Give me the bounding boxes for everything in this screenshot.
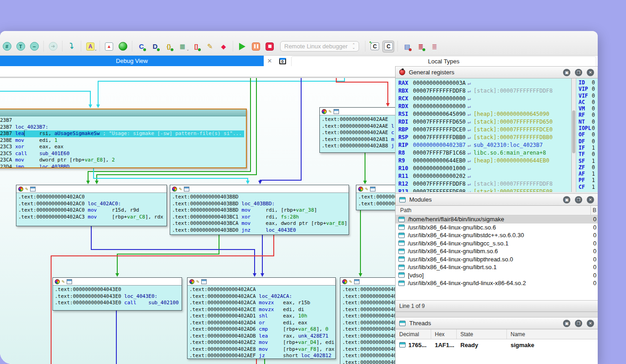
disasm-line[interactable]: .text:0000000000402ACA movzx eax, r15b xyxy=(189,300,334,307)
disasm-line[interactable]: .text:0000000000402AAE c xyxy=(322,130,395,136)
flag-row[interactable]: IF1 xyxy=(576,145,598,151)
register-row[interactable]: RBP00007FFFFFFFDCE0↵[stack]:00007FFFFFFF… xyxy=(398,126,571,134)
register-row[interactable]: R1200007FFFFFFFDDF8↵[stack]:00007FFFFFFF… xyxy=(398,180,571,188)
disasm-line[interactable]: 23B7 loc_4023B7: xyxy=(0,124,244,131)
block-edit-icon[interactable]: ✎ xyxy=(329,109,332,114)
stop-process-icon[interactable] xyxy=(264,41,276,52)
flag-row[interactable]: AC0 xyxy=(576,99,598,105)
module-row[interactable]: /home/henri/flair84/bin/linux/sigmake0 xyxy=(396,215,598,224)
tab-debug-view[interactable]: Debug View xyxy=(0,56,264,66)
debugger-select[interactable]: Remote Linux debugger⌃⌄ xyxy=(280,41,359,52)
block-edit-icon[interactable]: ✎ xyxy=(25,187,28,192)
register-row[interactable]: RDI00007FFFFFFFD650↵[stack]:00007FFFFFFF… xyxy=(398,118,571,126)
dock-icon[interactable]: ▣ xyxy=(563,196,570,203)
registers-titlebar[interactable]: General registers ▣ ❐ ✕ xyxy=(396,66,598,78)
block-header[interactable]: ✎ xyxy=(170,185,349,193)
enter-value-icon[interactable]: ↵ xyxy=(466,165,473,172)
panel-splitter[interactable] xyxy=(396,312,598,317)
flags-list[interactable]: ID0VIP0VIF0AC0VM0RF0NT0IOPL0OF0DF0IF1TF0… xyxy=(576,78,598,192)
list-view-icon[interactable]: ▤ xyxy=(401,41,413,52)
disasm-line[interactable]: .text:000000000040 xyxy=(342,339,395,346)
disasm-line[interactable]: .text:00000000004043E0 xyxy=(55,286,180,293)
enter-value-icon[interactable]: ↵ xyxy=(466,134,473,140)
c-keyword-icon[interactable]: C xyxy=(136,41,147,52)
float-icon[interactable]: ❐ xyxy=(575,69,582,76)
disasm-line[interactable]: .text:000000000040 xyxy=(342,307,395,313)
disasm-line[interactable]: 23C3 xor eax, eax xyxy=(0,144,244,151)
block-header[interactable]: ✎ xyxy=(16,185,167,193)
module-row[interactable]: /usr/lib/x86_64-linux-gnu/libc.so.60 xyxy=(396,224,598,232)
flag-row[interactable]: SF1 xyxy=(576,158,598,164)
register-row[interactable]: RDX0000000000000000↵ xyxy=(398,103,571,110)
module-row[interactable]: [vdso]0 xyxy=(396,271,598,280)
register-row[interactable]: R110000000000000202↵ xyxy=(398,172,571,180)
block-graph-icon[interactable] xyxy=(370,187,376,192)
enter-value-icon[interactable]: ↵ xyxy=(466,188,473,192)
float-icon[interactable]: ❐ xyxy=(575,320,582,327)
block-header[interactable]: ✎ xyxy=(53,278,182,286)
enter-value-icon[interactable]: ↵ xyxy=(466,103,473,109)
disasm-line[interactable]: 23CA mov dword ptr [rbp+var_E8], 2 xyxy=(0,157,244,164)
disasm-line[interactable]: .text:0000000000402AC0 xyxy=(18,194,165,201)
disasm-line[interactable]: 23B7 xyxy=(0,117,244,124)
enter-value-icon[interactable]: ↵ xyxy=(466,157,473,164)
enter-value-icon[interactable]: ↵ xyxy=(466,142,473,148)
register-row[interactable]: RBX00007FFFFFFFDDF8↵[stack]:00007FFFFFFF… xyxy=(398,87,571,95)
disasm-line[interactable]: .text:0000000000402ADB lea rax, unk_428E… xyxy=(189,333,334,340)
disasm-line[interactable]: .text:000000000040 xyxy=(342,333,395,340)
modules-titlebar[interactable]: Modules ▣ ❐ ✕ xyxy=(396,193,598,206)
close-icon[interactable]: ✕ xyxy=(587,320,594,327)
disasm-line[interactable]: .text:0000000000402AE8 mov [rbp+var_F8],… xyxy=(189,346,334,353)
disasm-line[interactable]: 23BE mov edi, 1 xyxy=(0,137,244,144)
block-color-icon[interactable] xyxy=(189,279,194,284)
block-graph-icon[interactable] xyxy=(354,279,360,284)
flag-row[interactable]: TF0 xyxy=(576,151,598,157)
view-eip-icon[interactable]: 0 xyxy=(276,56,289,66)
disasm-line[interactable]: .text:000000000040 xyxy=(342,326,395,333)
disasm-line[interactable]: .text:0000000000402AAE l xyxy=(322,123,395,130)
module-row[interactable]: /usr/lib/x86_64-linux-gnu/libgcc_s.so.10 xyxy=(396,239,598,248)
block-color-icon[interactable] xyxy=(172,187,177,192)
register-row[interactable]: R90000000000644EB0↵[heap]:0000000000644E… xyxy=(398,157,571,165)
block-edit-icon[interactable]: ✎ xyxy=(62,279,65,284)
block-color-icon[interactable] xyxy=(342,279,347,284)
block-graph-icon[interactable] xyxy=(334,109,339,114)
disasm-line[interactable]: .text:0000000000403BBD xyxy=(172,194,347,201)
add-entry-icon[interactable]: ≣ xyxy=(415,41,427,52)
flag-row[interactable]: ZF0 xyxy=(576,164,598,171)
enter-value-icon[interactable]: ↵ xyxy=(466,111,473,117)
disasm-line[interactable]: .text:0000000000402AB8 j xyxy=(322,143,395,150)
flag-row[interactable]: ID0 xyxy=(576,79,598,86)
module-row[interactable]: /usr/lib/x86_64-linux-gnu/ld-linux-x86-6… xyxy=(396,279,598,287)
graph-view[interactable]: 23B723B7 loc_4023B7:23B7 lea▏ rsi, aUsag… xyxy=(0,78,395,364)
flag-row[interactable]: CF1 xyxy=(576,184,598,190)
disasm-line[interactable]: .text:0000000000402ACA loc_402ACA: xyxy=(189,293,334,300)
threads-column-hex[interactable]: Hex xyxy=(431,329,457,339)
block-color-icon[interactable] xyxy=(55,279,60,284)
modules-path-column[interactable]: Path xyxy=(396,207,590,213)
flag-row[interactable]: RF0 xyxy=(576,112,598,118)
block-edit-icon[interactable]: ✎ xyxy=(196,279,199,284)
block-edit-icon[interactable]: ✎ xyxy=(365,187,368,192)
block-header[interactable]: ✎ xyxy=(340,278,395,286)
threads-column-state[interactable]: State xyxy=(457,329,507,339)
disasm-line[interactable]: .text:000000000040 xyxy=(342,286,395,293)
modules-list[interactable]: /home/henri/flair84/bin/linux/sigmake0/u… xyxy=(396,215,598,287)
tab-close-icon[interactable]: ✕ xyxy=(264,56,276,66)
dock-icon[interactable]: ▣ xyxy=(563,320,570,327)
strings-icon[interactable]: – xyxy=(28,41,40,52)
disasm-line[interactable]: .text:0000000000402AD6 cmp [rbp+var_68],… xyxy=(189,326,334,333)
suspend-process-icon[interactable] xyxy=(250,41,262,52)
flag-row[interactable]: AF1 xyxy=(576,171,598,177)
breakpoint-icon[interactable]: ◆ xyxy=(218,41,230,52)
disasm-line[interactable]: .text:0000000000403BCA mov eax, dword pt… xyxy=(172,220,347,227)
graph-block[interactable]: ✎.text:00000000004.text:00000000004 xyxy=(356,185,395,210)
register-row[interactable]: RIP00000000004023B7↵sub_402310:loc_4023B… xyxy=(398,141,571,149)
goto-icon[interactable]: ➔ xyxy=(47,41,59,52)
enter-value-icon[interactable]: ↵ xyxy=(466,119,473,125)
window-triangle-icon[interactable]: ▲ xyxy=(103,41,115,52)
block-graph-icon[interactable] xyxy=(30,187,36,192)
brackets-icon[interactable]: [] xyxy=(190,41,202,52)
flag-row[interactable]: OF0 xyxy=(576,131,598,138)
disasm-line[interactable]: .text:0000000000402AC0 loc_402AC0: xyxy=(18,201,165,208)
